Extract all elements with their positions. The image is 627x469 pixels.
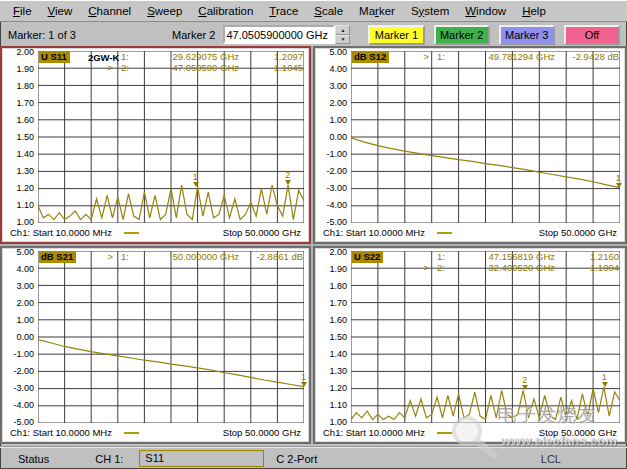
marker-button-group: Marker 1Marker 2Marker 3Off bbox=[368, 25, 620, 45]
s21-trace-plot bbox=[38, 251, 304, 423]
marker-readout-line: >1:50.000000 GHz-2.8861 dB bbox=[103, 251, 303, 262]
menu-item-calibration[interactable]: Calibration bbox=[190, 2, 261, 20]
menu-item-channel[interactable]: Channel bbox=[80, 2, 139, 20]
y-axis-labels-s21: 5.004.003.002.001.000.00-1.00-2.00-3.00-… bbox=[2, 247, 38, 427]
y-tick-label: -2.00 bbox=[326, 166, 347, 176]
cal-status: C 2-Port bbox=[276, 453, 317, 465]
trace-color-dash bbox=[437, 232, 452, 234]
stop-freq-label: Stop 50.0000 GHz bbox=[223, 427, 301, 438]
y-tick-label: 1.10 bbox=[16, 200, 34, 210]
sweep-range-row: Ch1: Start 10.0000 MHz Stop 50.0000 GHz bbox=[2, 225, 309, 242]
sweep-range-row: Ch1: Start 10.0000 MHz Stop 50.0000 GHz bbox=[315, 425, 625, 442]
trace-label-s11[interactable]: U S11 bbox=[39, 51, 70, 63]
marker2-label: Marker 2 bbox=[172, 29, 215, 41]
y-tick-label: 1.50 bbox=[329, 332, 347, 342]
y-tick-label: 1.90 bbox=[329, 264, 347, 274]
s22-trace-plot bbox=[351, 251, 620, 423]
y-tick-label: 1.40 bbox=[16, 149, 34, 159]
y-tick-label: 2.00 bbox=[16, 47, 34, 57]
plot-panel-s12[interactable]: 5.004.003.002.001.000.00-1.00-2.00-3.00-… bbox=[313, 46, 627, 244]
y-axis-labels-s12: 5.004.003.002.001.000.00-1.00-2.00-3.00-… bbox=[315, 47, 351, 227]
y-tick-label: 1.20 bbox=[16, 183, 34, 193]
network-analyzer-window: FileViewChannelSweepCalibrationTraceScal… bbox=[0, 0, 627, 469]
y-tick-label: 1.30 bbox=[16, 166, 34, 176]
menu-item-view[interactable]: View bbox=[40, 2, 81, 20]
frequency-spinner: ▲ ▼ bbox=[335, 25, 350, 44]
s22-plot-area: U S22 1:47.156819 GHz1.2160>2:32.400520 … bbox=[351, 251, 620, 423]
start-freq-label: Ch1: Start 10.0000 MHz bbox=[10, 227, 112, 238]
sweep-range-row: Ch1: Start 10.0000 MHz Stop 50.0000 GHz bbox=[2, 425, 309, 442]
menu-bar: FileViewChannelSweepCalibrationTraceScal… bbox=[0, 0, 627, 22]
menu-item-sweep[interactable]: Sweep bbox=[139, 2, 190, 20]
sweep-range-row: Ch1: Start 10.0000 MHz Stop 50.0000 GHz bbox=[315, 225, 625, 242]
y-tick-label: 2.00 bbox=[16, 298, 34, 308]
y-tick-label: 4.00 bbox=[16, 264, 34, 274]
menu-item-system[interactable]: System bbox=[403, 2, 457, 20]
menu-item-marker[interactable]: Marker bbox=[351, 2, 403, 20]
y-tick-label: 1.90 bbox=[16, 64, 34, 74]
marker-readout-line: >2:32.400520 GHz1.1004 bbox=[419, 262, 619, 273]
menu-item-help[interactable]: Help bbox=[514, 2, 554, 20]
s11-plot-area: U S11 2GW-K 1:29.629075 GHz1.2097>2:47.0… bbox=[38, 51, 304, 223]
marker-toolbar: Marker: 1 of 3 Marker 2 ▲ ▼ Marker 1Mark… bbox=[0, 22, 627, 47]
marker-frequency-input[interactable] bbox=[223, 25, 335, 44]
y-tick-label: 0.00 bbox=[329, 132, 347, 142]
s12-plot-area: dB S12 >1:49.781294 GHz-2.9428 dB 1 bbox=[351, 51, 620, 223]
menu-item-scale[interactable]: Scale bbox=[306, 2, 351, 20]
y-tick-label: 5.00 bbox=[16, 247, 34, 257]
y-tick-label: 4.00 bbox=[329, 64, 347, 74]
start-freq-label: Ch1: Start 10.0000 MHz bbox=[10, 427, 112, 438]
y-tick-label: 3.00 bbox=[16, 281, 34, 291]
menu-item-window[interactable]: Window bbox=[457, 2, 514, 20]
y-tick-label: -3.00 bbox=[326, 183, 347, 193]
menu-item-trace[interactable]: Trace bbox=[261, 2, 306, 20]
marker-readout-line: >2:47.050590 GHz1.1045 bbox=[103, 62, 303, 73]
marker-3-button[interactable]: Marker 3 bbox=[499, 25, 555, 45]
trace-label-s21[interactable]: dB S21 bbox=[39, 251, 76, 263]
plot-panel-s22[interactable]: 2.001.901.801.701.601.501.401.301.201.10… bbox=[313, 246, 627, 444]
spinner-up-button[interactable]: ▲ bbox=[335, 25, 350, 35]
stop-freq-label: Stop 50.0000 GHz bbox=[539, 427, 617, 438]
y-tick-label: 1.30 bbox=[329, 366, 347, 376]
stop-freq-label: Stop 50.0000 GHz bbox=[223, 227, 301, 238]
y-tick-label: -4.00 bbox=[13, 400, 34, 410]
y-tick-label: 1.70 bbox=[16, 98, 34, 108]
marker-readout-line: 1:47.156819 GHz1.2160 bbox=[419, 251, 619, 262]
y-tick-label: -4.00 bbox=[326, 200, 347, 210]
y-axis-labels-s11: 2.001.901.801.701.601.501.401.301.201.10… bbox=[2, 47, 38, 227]
y-tick-label: 2.00 bbox=[329, 98, 347, 108]
y-tick-label: 1.40 bbox=[329, 349, 347, 359]
marker-readouts-s12: >1:49.781294 GHz-2.9428 dB bbox=[419, 51, 619, 62]
y-tick-label: 1.80 bbox=[16, 81, 34, 91]
measurement-indicator: S11 bbox=[139, 450, 264, 467]
menu-item-file[interactable]: File bbox=[5, 2, 40, 20]
start-freq-label: Ch1: Start 10.0000 MHz bbox=[323, 227, 425, 238]
marker-readouts-s22: 1:47.156819 GHz1.2160>2:32.400520 GHz1.1… bbox=[419, 251, 619, 273]
y-tick-label: -1.00 bbox=[13, 349, 34, 359]
status-bar: Status CH 1: S11 C 2-Port LCL bbox=[0, 446, 627, 469]
y-tick-label: 0.00 bbox=[16, 332, 34, 342]
spinner-down-button[interactable]: ▼ bbox=[335, 35, 350, 45]
y-tick-label: 1.60 bbox=[16, 115, 34, 125]
y-tick-label: -3.00 bbox=[13, 383, 34, 393]
y-tick-label: 1.20 bbox=[329, 383, 347, 393]
marker-2-button[interactable]: Marker 2 bbox=[434, 25, 490, 45]
marker-1-button[interactable]: Marker 1 bbox=[368, 25, 424, 45]
start-freq-label: Ch1: Start 10.0000 MHz bbox=[323, 427, 425, 438]
y-tick-label: 1.10 bbox=[329, 400, 347, 410]
trace-color-dash bbox=[124, 232, 139, 234]
marker-readouts-s11: 1:29.629075 GHz1.2097>2:47.050590 GHz1.1… bbox=[103, 51, 303, 73]
stop-freq-label: Stop 50.0000 GHz bbox=[539, 227, 617, 238]
off-button[interactable]: Off bbox=[564, 25, 620, 45]
y-tick-label: 5.00 bbox=[329, 47, 347, 57]
trace-color-dash bbox=[124, 432, 139, 434]
marker-readout-line: >1:49.781294 GHz-2.9428 dB bbox=[419, 51, 619, 62]
y-tick-label: 1.00 bbox=[329, 115, 347, 125]
trace-label-s12[interactable]: dB S12 bbox=[352, 51, 389, 63]
y-tick-label: 1.60 bbox=[329, 315, 347, 325]
s12-trace-plot bbox=[351, 51, 620, 223]
trace-label-s22[interactable]: U S22 bbox=[352, 251, 383, 263]
plot-panel-s11[interactable]: 2.001.901.801.701.601.501.401.301.201.10… bbox=[0, 46, 311, 244]
plot-panel-s21[interactable]: 5.004.003.002.001.000.00-1.00-2.00-3.00-… bbox=[0, 246, 311, 444]
y-tick-label: 1.70 bbox=[329, 298, 347, 308]
